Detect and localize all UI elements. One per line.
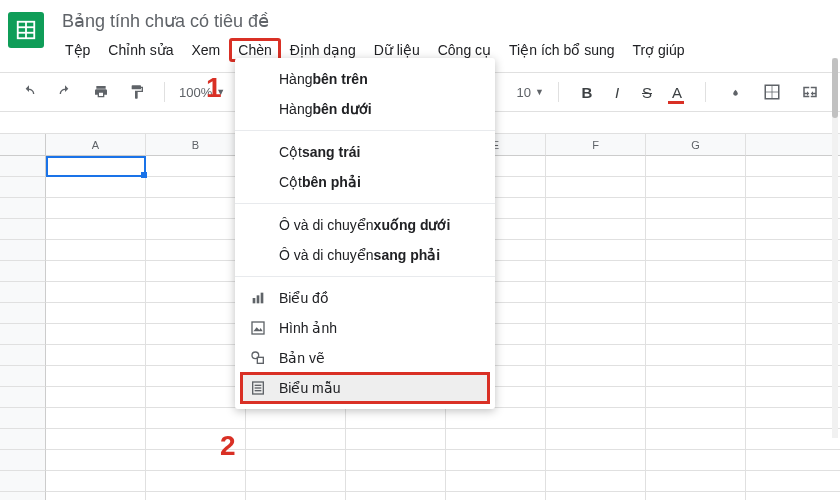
cell[interactable]	[646, 408, 746, 429]
cell[interactable]	[746, 492, 840, 500]
cell[interactable]	[146, 387, 246, 408]
cell[interactable]	[446, 408, 546, 429]
cell[interactable]	[46, 471, 146, 492]
cell[interactable]	[746, 303, 840, 324]
text-color-button[interactable]: A	[663, 78, 691, 106]
cell[interactable]	[146, 303, 246, 324]
cell[interactable]	[46, 303, 146, 324]
strikethrough-button[interactable]: S	[633, 78, 661, 106]
menu-edit[interactable]: Chỉnh sửa	[99, 38, 182, 62]
row-header[interactable]	[0, 240, 46, 261]
row-header[interactable]	[0, 387, 46, 408]
menu-file[interactable]: Tệp	[56, 38, 99, 62]
insert-chart[interactable]: Biểu đồ	[235, 283, 495, 313]
cell[interactable]	[146, 492, 246, 500]
cell[interactable]	[546, 471, 646, 492]
cell[interactable]	[346, 450, 446, 471]
print-button[interactable]	[88, 79, 114, 105]
cell[interactable]	[46, 429, 146, 450]
row-header[interactable]	[0, 366, 46, 387]
column-header[interactable]: A	[46, 134, 146, 156]
cell[interactable]	[246, 429, 346, 450]
cell[interactable]	[646, 156, 746, 177]
cell[interactable]	[46, 261, 146, 282]
row-header[interactable]	[0, 156, 46, 177]
cell[interactable]	[546, 240, 646, 261]
insert-drawing[interactable]: Bản vẽ	[235, 343, 495, 373]
cell[interactable]	[346, 492, 446, 500]
row-header[interactable]	[0, 408, 46, 429]
bold-button[interactable]: B	[573, 78, 601, 106]
insert-image[interactable]: Hình ảnh	[235, 313, 495, 343]
cell[interactable]	[246, 492, 346, 500]
cell[interactable]	[246, 408, 346, 429]
cell[interactable]	[446, 471, 546, 492]
menu-addons[interactable]: Tiện ích bổ sung	[500, 38, 623, 62]
cell[interactable]	[146, 261, 246, 282]
cell[interactable]	[746, 450, 840, 471]
cell[interactable]	[146, 471, 246, 492]
cell[interactable]	[746, 282, 840, 303]
cell[interactable]	[146, 324, 246, 345]
menu-view[interactable]: Xem	[183, 38, 230, 62]
cell[interactable]	[646, 324, 746, 345]
cell[interactable]	[146, 282, 246, 303]
borders-button[interactable]	[758, 78, 786, 106]
row-header[interactable]	[0, 471, 46, 492]
insert-form[interactable]: Biểu mẫu	[241, 373, 489, 403]
cell[interactable]	[46, 156, 146, 177]
select-all-corner[interactable]	[0, 134, 46, 156]
row-header[interactable]	[0, 429, 46, 450]
cell[interactable]	[146, 198, 246, 219]
cell[interactable]	[646, 303, 746, 324]
cell[interactable]	[746, 219, 840, 240]
merge-cells-button[interactable]	[796, 78, 824, 106]
cell[interactable]	[746, 324, 840, 345]
cell[interactable]	[146, 240, 246, 261]
cell[interactable]	[646, 492, 746, 500]
fill-color-button[interactable]	[720, 78, 748, 106]
row-header[interactable]	[0, 324, 46, 345]
column-header[interactable]: G	[646, 134, 746, 156]
cell[interactable]	[746, 471, 840, 492]
cell[interactable]	[646, 450, 746, 471]
cell[interactable]	[346, 429, 446, 450]
cell[interactable]	[546, 366, 646, 387]
cell[interactable]	[46, 366, 146, 387]
cell[interactable]	[46, 282, 146, 303]
cell[interactable]	[646, 366, 746, 387]
cell[interactable]	[346, 408, 446, 429]
cell[interactable]	[646, 471, 746, 492]
italic-button[interactable]: I	[603, 78, 631, 106]
cell[interactable]	[746, 429, 840, 450]
cell[interactable]	[746, 366, 840, 387]
cell[interactable]	[746, 198, 840, 219]
cell[interactable]	[546, 492, 646, 500]
cell[interactable]	[646, 240, 746, 261]
cell[interactable]	[146, 177, 246, 198]
row-header[interactable]	[0, 282, 46, 303]
insert-cells-right[interactable]: Ô và di chuyển sang phải	[235, 240, 495, 270]
cell[interactable]	[546, 219, 646, 240]
cell[interactable]	[46, 345, 146, 366]
cell[interactable]	[546, 177, 646, 198]
cell[interactable]	[46, 387, 146, 408]
cell[interactable]	[546, 408, 646, 429]
cell[interactable]	[646, 177, 746, 198]
cell[interactable]	[346, 471, 446, 492]
insert-col-right[interactable]: Cột bên phải	[235, 167, 495, 197]
row-header[interactable]	[0, 303, 46, 324]
cell[interactable]	[546, 261, 646, 282]
cell[interactable]	[46, 198, 146, 219]
cell[interactable]	[746, 387, 840, 408]
cell[interactable]	[546, 387, 646, 408]
cell[interactable]	[46, 240, 146, 261]
cell[interactable]	[146, 366, 246, 387]
cell[interactable]	[546, 156, 646, 177]
cell[interactable]	[646, 282, 746, 303]
font-size-select[interactable]: 10▼	[517, 85, 544, 100]
cell[interactable]	[246, 450, 346, 471]
insert-row-above[interactable]: Hàng bên trên	[235, 64, 495, 94]
document-title[interactable]: Bảng tính chưa có tiêu đề	[56, 8, 694, 34]
cell[interactable]	[546, 429, 646, 450]
